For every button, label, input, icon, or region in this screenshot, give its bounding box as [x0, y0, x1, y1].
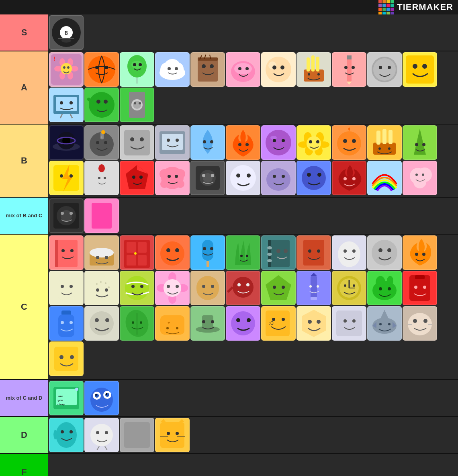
svg-point-40 [238, 67, 241, 70]
list-item[interactable] [49, 125, 84, 160]
list-item[interactable] [190, 235, 225, 270]
list-item[interactable] [190, 52, 225, 87]
svg-point-189 [175, 248, 179, 252]
list-item[interactable] [84, 161, 119, 195]
svg-rect-54 [347, 55, 352, 59]
list-item[interactable] [84, 271, 119, 305]
list-item[interactable] [226, 235, 260, 270]
list-item[interactable] [155, 52, 190, 87]
list-item[interactable] [49, 418, 84, 452]
tier-label-mixbc: mix of B and C [0, 198, 48, 234]
list-item[interactable] [84, 198, 119, 233]
list-item[interactable] [403, 271, 437, 305]
tier-items-mixbc [48, 198, 458, 234]
svg-point-212 [415, 253, 418, 256]
list-item[interactable] [226, 306, 260, 341]
list-item[interactable] [155, 235, 190, 270]
list-item[interactable] [190, 125, 225, 160]
list-item[interactable] [296, 161, 331, 195]
svg-point-224 [125, 276, 149, 300]
list-item[interactable] [261, 125, 296, 160]
list-item[interactable] [332, 306, 366, 341]
list-item[interactable] [120, 418, 154, 452]
list-item[interactable] [403, 125, 437, 160]
list-item[interactable] [332, 52, 366, 87]
list-item[interactable] [120, 306, 154, 341]
list-item[interactable] [296, 306, 331, 341]
list-item[interactable] [49, 235, 84, 270]
svg-point-96 [176, 139, 179, 142]
list-item[interactable] [367, 235, 402, 270]
list-item[interactable] [49, 198, 84, 233]
list-item[interactable] [261, 271, 296, 305]
list-item[interactable] [155, 125, 190, 160]
list-item[interactable] [84, 381, 119, 415]
list-item[interactable]: ♥ [155, 306, 190, 341]
list-item[interactable] [190, 161, 225, 195]
list-item[interactable] [332, 235, 366, 270]
list-item[interactable] [367, 52, 402, 87]
list-item[interactable] [403, 52, 437, 87]
list-item[interactable] [120, 271, 154, 305]
list-item[interactable] [403, 235, 437, 270]
svg-rect-49 [316, 57, 319, 72]
svg-point-112 [309, 140, 312, 143]
list-item[interactable] [155, 271, 190, 305]
list-item[interactable] [261, 52, 296, 87]
list-item[interactable]: :0 [261, 306, 296, 341]
list-item[interactable]: 8 [49, 15, 84, 50]
svg-point-176 [70, 249, 74, 252]
list-item[interactable] [120, 235, 154, 270]
svg-point-208 [352, 249, 356, 253]
list-item[interactable] [84, 88, 119, 122]
list-item[interactable] [332, 125, 366, 160]
list-item[interactable] [226, 161, 260, 195]
list-item[interactable] [120, 161, 154, 195]
list-item[interactable] [190, 306, 225, 341]
list-item[interactable] [49, 88, 84, 122]
list-item[interactable] [49, 161, 84, 195]
list-item[interactable] [367, 306, 402, 341]
list-item[interactable] [226, 52, 260, 87]
list-item[interactable] [84, 52, 119, 87]
list-item[interactable] [367, 161, 402, 195]
list-item[interactable] [296, 52, 331, 87]
list-item[interactable] [332, 271, 366, 305]
list-item[interactable]: ✦ [84, 125, 119, 160]
list-item[interactable] [261, 161, 296, 195]
list-item[interactable] [296, 271, 331, 305]
list-item[interactable] [367, 271, 402, 305]
list-item[interactable] [120, 88, 154, 122]
list-item[interactable]: are you okay [49, 381, 84, 415]
svg-rect-182 [127, 242, 136, 253]
list-item[interactable] [84, 418, 119, 452]
list-item[interactable] [155, 418, 190, 452]
list-item[interactable] [226, 271, 260, 305]
list-item[interactable] [190, 271, 225, 305]
list-item[interactable] [403, 306, 437, 341]
list-item[interactable] [261, 235, 296, 270]
list-item[interactable] [49, 271, 84, 305]
list-item[interactable] [296, 235, 331, 270]
svg-point-200 [267, 259, 272, 262]
svg-point-240 [237, 283, 241, 286]
list-item[interactable] [120, 52, 154, 87]
svg-point-233 [167, 285, 170, 288]
list-item[interactable]: ! [49, 52, 84, 87]
list-item[interactable] [332, 161, 366, 195]
list-item[interactable] [226, 125, 260, 160]
list-item[interactable] [367, 125, 402, 160]
list-item[interactable] [49, 306, 84, 341]
list-item[interactable] [120, 125, 154, 160]
list-item[interactable] [84, 235, 119, 270]
list-item[interactable] [403, 161, 437, 195]
svg-point-148 [202, 174, 205, 177]
list-item[interactable] [84, 306, 119, 341]
svg-point-51 [317, 73, 320, 76]
list-item[interactable] [49, 341, 84, 376]
svg-point-143 [168, 175, 171, 178]
svg-point-179 [96, 256, 99, 259]
list-item[interactable] [296, 125, 331, 160]
svg-point-165 [415, 174, 418, 176]
list-item[interactable] [155, 161, 190, 195]
